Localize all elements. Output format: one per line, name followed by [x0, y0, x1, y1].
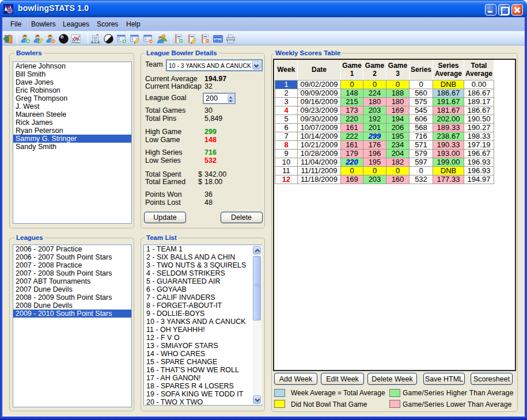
- svg-text:HTML: HTML: [214, 37, 222, 40]
